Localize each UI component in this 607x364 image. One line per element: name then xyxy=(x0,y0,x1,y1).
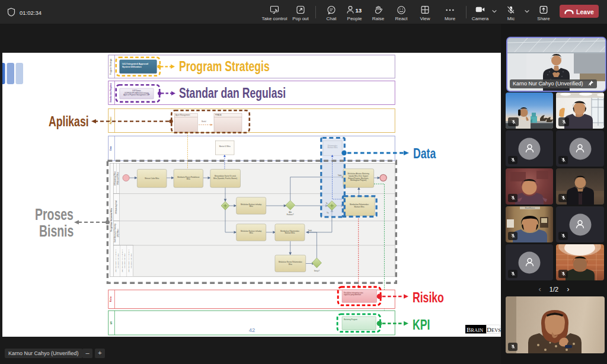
svg-text:UH Account Officer: UH Account Officer xyxy=(117,172,119,185)
svg-text:Menyediakan Starter Kit untuk: Menyediakan Starter Kit untuk xyxy=(215,175,237,177)
svg-text:Melakukan Aktivitas Marketing: Melakukan Aktivitas Marketing xyxy=(348,173,370,175)
svg-text:Melakukan Evaluasi terhadap: Melakukan Evaluasi terhadap xyxy=(241,203,262,206)
svg-text:002/FIII/SOP/CMF/5/2010 tentan: 002/FIII/SOP/CMF/5/2010 tentang xyxy=(124,92,149,94)
svg-text:Melakukan Evaluasi terhadap: Melakukan Evaluasi terhadap xyxy=(241,230,262,232)
svg-text:Tidak: Tidak xyxy=(308,229,312,232)
svg-text:BrainMatics: BrainMatics xyxy=(525,207,535,209)
svg-text:Ada: Ada xyxy=(289,211,292,213)
svg-text:DEVS: DEVS xyxy=(487,326,501,333)
svg-text:Used Motorcycle Financing Mark: Used Motorcycle Financing Marketing xyxy=(122,249,123,272)
svg-text:Area 3 Department Head: Area 3 Department Head xyxy=(130,253,132,269)
svg-text:Standar dan Regulasi: Standar dan Regulasi xyxy=(110,83,112,103)
svg-text:Ya.: Ya. xyxy=(327,212,329,214)
svg-text:I.4.2 Integrated Approval: I.4.2 Integrated Approval xyxy=(122,63,148,65)
svg-text:Area 2 Department Head: Area 2 Department Head xyxy=(124,253,125,269)
svg-text:Agent of Payment Management CM: Agent of Payment Management CMF xyxy=(123,94,150,96)
svg-text:BRAIN: BRAIN xyxy=(467,326,483,333)
svg-text:Area 1 Department Head: Area 1 Department Head xyxy=(117,253,119,269)
svg-text:Mitra: Mitra xyxy=(289,263,292,266)
svg-text:Program Strategis: Program Strategis xyxy=(110,58,112,75)
svg-text:Bisnis: Bisnis xyxy=(39,222,74,240)
svg-text:13: 13 xyxy=(356,7,362,14)
svg-text:Setuju?: Setuju? xyxy=(314,270,320,272)
svg-text:Proses: Proses xyxy=(35,206,74,223)
svg-text:Tidak: Tidak xyxy=(338,174,342,177)
svg-text:KPI: KPI xyxy=(110,321,113,324)
svg-text:System Utilization: System Utilization xyxy=(122,66,142,68)
svg-text:Modul: Modul xyxy=(202,120,206,123)
svg-text:(UF) Officer: (UF) Officer xyxy=(117,229,119,237)
svg-text:Memberikan Rekomendasi: Memberikan Rekomendasi xyxy=(350,203,369,206)
svg-text:Risiko: Risiko xyxy=(110,296,113,302)
svg-text:Material Promosi, Merchants,: Material Promosi, Merchants, xyxy=(348,177,369,180)
svg-text:Used Motorcycle Financing Mark: Used Motorcycle Financing Marketing xyxy=(128,249,129,272)
svg-text:Aplikasi: Aplikasi xyxy=(49,113,89,130)
svg-text:UH Marketing Officer: UH Marketing Officer xyxy=(114,171,116,186)
svg-text:Standar dan Regulasi: Standar dan Regulasi xyxy=(179,85,286,101)
svg-text:Program Strategis: Program Strategis xyxy=(179,58,270,75)
svg-text:Evaluasi?: Evaluasi? xyxy=(287,213,294,216)
svg-text:Pengelolaan Kerjasama Mitra: Pengelolaan Kerjasama Mitra xyxy=(110,208,113,232)
svg-text:Used Motorcycle Financing Mark: Used Motorcycle Financing Marketing xyxy=(115,249,116,272)
svg-text:Risiko: Risiko xyxy=(413,289,444,306)
svg-text:Memberikan Rekomendasi: Memberikan Rekomendasi xyxy=(280,230,299,232)
svg-text:kepada Mitra (Visit, Support: kepada Mitra (Visit, Support xyxy=(349,175,368,177)
svg-text:tugas/isu yang diberikan: tugas/isu yang diberikan xyxy=(344,293,361,296)
svg-text:Used Motorcycle Financing: Used Motorcycle Financing xyxy=(114,223,116,242)
svg-text:Mitra: Mitra xyxy=(250,205,253,207)
svg-text:Data: Data xyxy=(413,145,436,162)
svg-text:Membagikan Program): Membagikan Program) xyxy=(350,179,366,181)
svg-text:Mitra (Spanduk, Pricelist, Ban: Mitra (Spanduk, Pricelist, Banner) xyxy=(213,177,237,180)
svg-text:Agent Management: Agent Management xyxy=(175,114,190,116)
svg-text:SOP Nomor: SOP Nomor xyxy=(132,90,141,92)
svg-text:Membantu Proses Pendaftaran: Membantu Proses Pendaftaran xyxy=(177,176,200,178)
svg-text:Mitra: Mitra xyxy=(187,178,190,180)
svg-text:Mencari Calon Mitra: Mencari Calon Mitra xyxy=(145,177,159,180)
svg-text:KPI: KPI xyxy=(413,317,430,333)
svg-text:Monitor UI Mitra: Monitor UI Mitra xyxy=(219,145,231,148)
svg-text:Melakukan Review Rekomendasi: Melakukan Review Rekomendasi xyxy=(279,261,302,263)
svg-text:FIRADA: FIRADA xyxy=(215,114,221,116)
svg-text:Maintain Mitra: Maintain Mitra xyxy=(354,206,365,208)
svg-text:UH Marketing Head: UH Marketing Head xyxy=(115,200,117,214)
svg-text:Maintain Mitra: Maintain Mitra xyxy=(285,232,295,234)
svg-text:Kesalahan interpretasi atas: Kesalahan interpretasi atas xyxy=(344,292,363,294)
svg-text:Mitra: Mitra xyxy=(250,232,253,234)
svg-text:Data: Data xyxy=(110,146,112,151)
svg-text:42: 42 xyxy=(249,327,255,333)
svg-text:Aplikasi: Aplikasi xyxy=(110,117,112,124)
svg-text:Marketing Program: Marketing Program xyxy=(344,318,358,321)
svg-text:Ya: Ya xyxy=(325,202,328,205)
